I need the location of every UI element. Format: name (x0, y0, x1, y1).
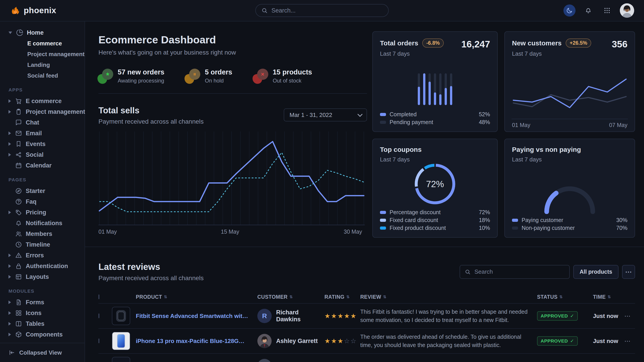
apps-menu-button[interactable] (601, 4, 613, 16)
legend-swatch (380, 227, 386, 230)
column-header-time[interactable]: TIME ⇅ (593, 294, 624, 300)
legend-swatch (512, 219, 518, 222)
sidebar-item-calendar[interactable]: Calendar (0, 160, 84, 171)
legend-value: 30% (616, 217, 628, 223)
row-actions-button[interactable]: ⋯ (624, 338, 635, 345)
sidebar-subitem-social-feed[interactable]: Social feed (0, 70, 84, 81)
sidebar-item-label: Layouts (26, 274, 49, 280)
date-range-select[interactable]: Mar 1 - 31, 2022 (284, 108, 367, 121)
sidebar-item-chat[interactable]: Chat (0, 117, 84, 128)
sidebar-item-project-management[interactable]: Project management (0, 106, 84, 117)
navbar-actions (564, 3, 634, 18)
sidebar-item-email[interactable]: Email (0, 128, 84, 139)
chevron-right-icon (8, 99, 11, 103)
reviews-search[interactable] (460, 265, 570, 279)
global-search[interactable] (255, 4, 389, 17)
rating-stars: ★★★★★ (324, 312, 360, 320)
sidebar-item-label: Social (26, 151, 44, 158)
all-products-button[interactable]: All products (573, 265, 618, 279)
table-row: iPhone 13 pro max-Pacific Blue-128GB sto… (98, 329, 635, 354)
column-header-customer[interactable]: CUSTOMER ⇅ (257, 294, 324, 300)
row-checkbox[interactable] (98, 339, 99, 343)
sidebar-item-components[interactable]: Components (0, 329, 84, 340)
column-header-product[interactable]: PRODUCT ⇅ (136, 294, 257, 300)
sidebar-item-timeline[interactable]: Timeline (0, 239, 84, 250)
sidebar-subitem-landing[interactable]: Landing (0, 59, 84, 70)
column-header-status[interactable]: STATUS ⇅ (537, 294, 593, 300)
legend-label: Pending payment (390, 119, 433, 125)
sidebar-item-starter[interactable]: Starter (0, 186, 84, 196)
table-header-row: PRODUCT ⇅CUSTOMER ⇅RATING ⇅REVIEW ⇅STATU… (98, 291, 635, 304)
paying-card: Paying vs non paying Last 7 days Paying … (504, 139, 635, 238)
sidebar-subitem-e-commerce[interactable]: E commerce (0, 38, 84, 49)
legend-item: Fixed card discount18% (380, 216, 490, 224)
sidebar-item-errors[interactable]: Errors (0, 250, 84, 261)
new-customers-chart: 01 May 07 May (512, 65, 628, 128)
legend-value: 10% (479, 225, 490, 231)
legend-swatch (380, 121, 386, 124)
sidebar-item-layouts[interactable]: Layouts (0, 272, 84, 282)
legend-item: Pending payment48% (380, 118, 490, 126)
page-subtitle: Here's what's going on at your business … (98, 49, 367, 56)
sidebar-home-children: E commerceProject managementLandingSocia… (0, 38, 84, 81)
chevron-right-icon (8, 153, 11, 156)
new-customers-value: 356 (612, 39, 628, 50)
bell-icon (15, 220, 22, 227)
sidebar-item-home[interactable]: Home (0, 27, 84, 38)
collapsed-view-toggle[interactable]: Collapsed View (0, 343, 84, 362)
sidebar-item-authentication[interactable]: Authentication (0, 261, 84, 272)
sort-icon: ⇅ (383, 295, 387, 299)
sidebar-item-social[interactable]: Social (0, 149, 84, 160)
legend-label: Paying customer (522, 217, 563, 223)
sidebar-item-tables[interactable]: Tables (0, 318, 84, 329)
stat-out-of-stock: 15 productsOut of stock (254, 68, 312, 84)
sidebar-subitem-project-management[interactable]: Project management (0, 49, 84, 59)
sidebar-item-label: Tables (26, 321, 44, 327)
chevron-right-icon (8, 275, 11, 279)
sidebar-item-faq[interactable]: Faq (0, 196, 84, 207)
stat-caption: On hold (205, 78, 232, 84)
theme-toggle-button[interactable] (564, 4, 576, 16)
sidebar-item-pricing[interactable]: Pricing (0, 207, 84, 218)
sidebar-item-members[interactable]: Members (0, 229, 84, 239)
product-thumbnail (112, 307, 130, 325)
product-link[interactable]: iPhone 13 pro max-Pacific Blue-128GB sto… (136, 338, 257, 345)
top-navbar: phoenix (0, 0, 644, 21)
global-search-input[interactable] (271, 7, 383, 14)
notifications-button[interactable] (582, 4, 594, 16)
sidebar-item-e-commerce[interactable]: E commerce (0, 96, 84, 106)
sidebar-sections: APPSE commerceProject managementChatEmai… (0, 87, 84, 340)
row-actions-button[interactable]: ⋯ (624, 312, 635, 320)
sidebar-item-icons[interactable]: Icons (0, 308, 84, 318)
file-icon (15, 299, 22, 306)
tag-icon (15, 209, 22, 216)
paying-gauge-chart (505, 184, 634, 214)
legend-item: Fixed product discount10% (380, 224, 490, 232)
customer-name: Ashley Garrett (276, 338, 318, 345)
user-avatar[interactable] (620, 3, 634, 18)
reviews-title: Latest reviews (98, 262, 204, 272)
brand[interactable]: phoenix (10, 5, 56, 16)
stat-value: 15 products (273, 68, 312, 76)
column-header-rating[interactable]: RATING ⇅ (324, 294, 360, 300)
star-icon: ★ (324, 312, 331, 320)
card-period: Last 7 days (380, 50, 490, 57)
sidebar-item-forms[interactable]: Forms (0, 297, 84, 308)
select-all-checkbox[interactable] (98, 295, 99, 299)
avatar-image (620, 3, 634, 18)
status-badge: APPROVED ✓ (537, 336, 578, 346)
chevron-down-icon (358, 112, 363, 117)
legend-value: 70% (616, 225, 628, 231)
sort-icon: ⇅ (608, 295, 611, 299)
row-checkbox[interactable] (98, 314, 99, 318)
sidebar-item-notifications[interactable]: Notifications (0, 218, 84, 229)
product-link[interactable]: Fitbit Sense Advanced Smartwatch with To… (136, 313, 257, 320)
card-title: New customers (512, 39, 562, 47)
chevron-right-icon (8, 311, 11, 315)
sidebar-item-events[interactable]: Events (0, 139, 84, 149)
column-header-review[interactable]: REVIEW ⇅ (360, 294, 537, 300)
chevron-right-icon (8, 211, 11, 214)
reviews-search-input[interactable] (474, 268, 565, 276)
stat-value: 5 orders (205, 68, 232, 76)
more-options-button[interactable]: ⋯ (622, 265, 635, 279)
